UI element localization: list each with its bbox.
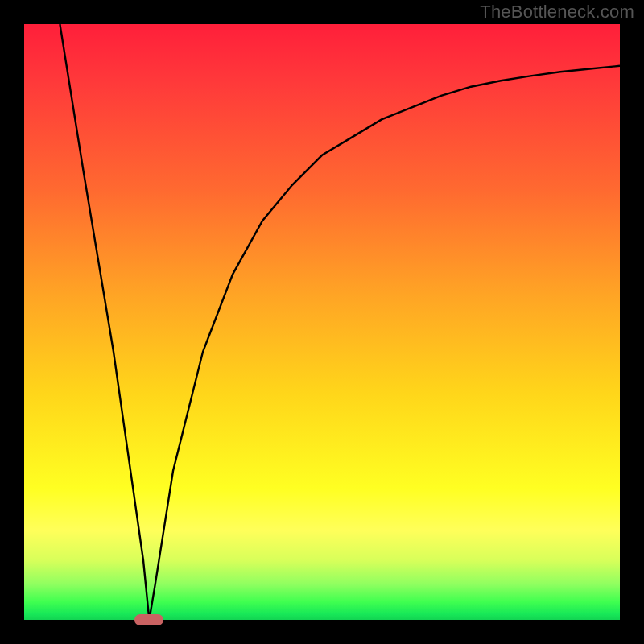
chart-figure: TheBottleneck.com xyxy=(0,0,644,644)
optimal-marker xyxy=(134,614,163,625)
plot-area xyxy=(24,24,620,620)
curve-layer xyxy=(24,24,620,620)
watermark-text: TheBottleneck.com xyxy=(480,2,634,23)
bottleneck-curve xyxy=(60,24,620,620)
